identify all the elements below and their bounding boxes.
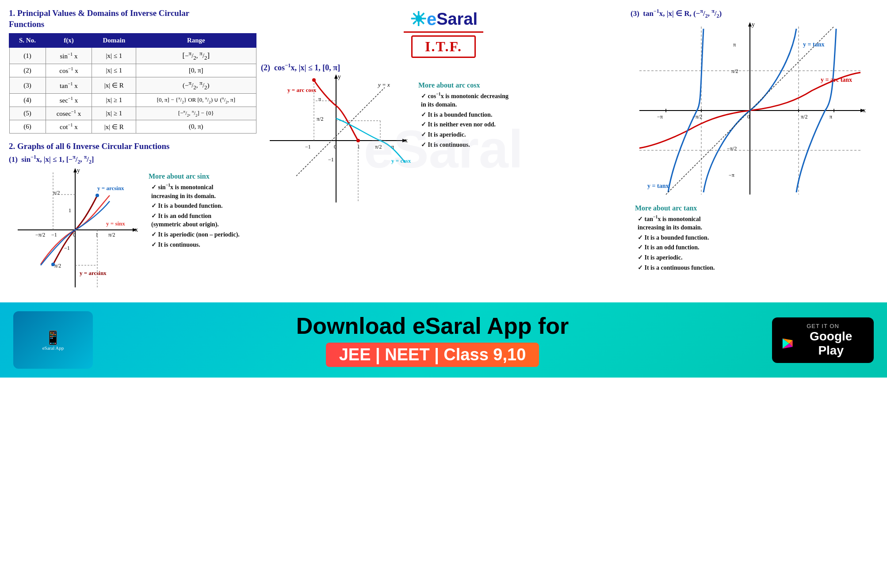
row5-range: [−π/2, π/2] − {0} [136,107,256,120]
principal-values-table: S. No. f(x) Domain Range (1) sin−1 x |x|… [9,33,256,134]
row2-range: [0, π] [136,64,256,77]
right-column: (3) tan−1x, |x| ∈ R, (−π/2, π/2) x y −π … [631,8,878,294]
svg-text:π/2: π/2 [108,232,115,238]
svg-text:π: π [830,114,832,120]
arccos-bullets: cos−1x is monotonic decreasingin its dom… [418,91,508,149]
svg-text:π: π [318,96,321,102]
row6-domain: |x| ∈ R [92,120,136,134]
section1-title: 1. Principal Values & Domains of Inverse… [9,8,256,30]
subjects-text: JEE | NEET | Class 9,10 [326,343,539,367]
col-header-domain: Domain [92,34,136,47]
center-column: ☀ e Saral I.T.F. (2) cos−1x, |x| ≤ 1, [0… [261,8,626,294]
banner-center-text: Download eSaral App for JEE | NEET | Cla… [93,313,772,367]
svg-text:π/2: π/2 [375,144,382,150]
graph2-subtitle: (2) cos−1x, |x| ≤ 1, [0, π] [261,62,626,73]
svg-marker-3 [73,168,77,172]
svg-text:y = tanx: y = tanx [803,41,824,48]
table-row: (2) cos−1 x |x| ≤ 1 [0, π] [9,64,256,77]
svg-point-23 [96,194,99,197]
phone-image: 📱 eSaral App [13,311,93,369]
graph1-subtitle: (1) sin−1x, |x| ≤ 1, [−π/2, π/2] [9,154,256,165]
svg-text:π: π [733,42,736,48]
col-header-fx: f(x) [46,34,92,47]
svg-text:x: x [863,107,866,114]
row3-range: (−π/2, π/2) [136,77,256,94]
row1-sno: (1) [9,47,46,64]
row4-range: [0, π] − {π/2} OR [0, π/2) ∪ (π/2, π] [136,94,256,107]
col-header-range: Range [136,34,256,47]
svg-text:x: x [135,226,138,233]
row6-fx: cot−1 x [46,120,92,134]
svg-text:y: y [338,74,341,80]
more-about-arcsin-title: More about arc sinx [149,172,240,180]
arctan-bullets: tan−1x is monotonicalincreasing in its d… [635,214,878,272]
row6-range: (0, π) [136,120,256,134]
arctan-graph: x y −π −π/2 0 π/2 π π π/2 −π/2 −π [631,22,869,199]
svg-point-22 [51,263,55,266]
more-about-arccos: More about arc cosx cos−1x is monotonic … [418,79,508,209]
svg-text:−1: −1 [64,245,70,251]
left-column: 1. Principal Values & Domains of Inverse… [9,8,256,294]
svg-text:π/2: π/2 [53,190,60,196]
arcsin-bullet-5: It is continuous. [151,241,240,249]
logo-area: ☀ e Saral I.T.F. [261,8,626,58]
svg-text:−π: −π [729,172,734,178]
table-row: (3) tan−1 x |x| ∈ R (−π/2, π/2) [9,77,256,94]
arctan-bullet-5: It is a continuous function. [638,263,878,272]
row1-domain: |x| ≤ 1 [92,47,136,64]
svg-text:y = cosx: y = cosx [391,157,411,164]
row5-fx: cosec−1 x [46,107,92,120]
svg-text:1: 1 [69,207,71,214]
row4-fx: sec−1 x [46,94,92,107]
svg-text:y: y [752,22,755,28]
more-about-arctan-title: More about arc tanx [635,204,878,212]
more-about-arccos-title: More about arc cosx [418,81,508,89]
graph3-subtitle: (3) tan−1x, |x| ∈ R, (−π/2, π/2) [631,8,878,19]
svg-text:1: 1 [96,232,98,238]
arctan-bullet-1: tan−1x is monotonicalincreasing in its d… [638,214,878,232]
svg-text:y = arcsinx: y = arcsinx [97,185,124,191]
row3-domain: |x| ∈ R [92,77,136,94]
row4-sno: (4) [9,94,46,107]
bottom-banner: 📱 eSaral App Download eSaral App for JEE… [0,302,887,378]
svg-text:y = arc cosx: y = arc cosx [287,87,317,93]
more-about-arcsin: More about arc sinx sin−1x is monotonica… [149,170,240,250]
table-row: (1) sin−1 x |x| ≤ 1 [−π/2, π/2] [9,47,256,64]
svg-text:π/2: π/2 [731,68,738,74]
arccos-bullet-3: It is neither even nor odd. [421,120,508,129]
row5-domain: |x| ≥ 1 [92,107,136,120]
arctan-bullet-2: It is a bounded function. [638,233,878,242]
row2-fx: cos−1 x [46,64,92,77]
google-play-text: Google Play [781,329,865,358]
svg-text:π/2: π/2 [317,116,323,122]
more-about-arctan: More about arc tanx tan−1x is monotonica… [631,204,878,272]
svg-text:y = sinx: y = sinx [106,220,125,227]
arccos-bullet-5: It is continuous. [421,141,508,149]
svg-text:−1: −1 [51,232,57,238]
svg-text:y = arc tanx: y = arc tanx [821,76,852,83]
svg-text:π/2: π/2 [801,114,807,120]
arcsin-bullet-4: It is aperiodic (non – periodic). [151,230,240,239]
row1-fx: sin−1 x [46,47,92,64]
svg-text:1: 1 [357,144,360,150]
play-store-icon [781,336,794,351]
arcsin-bullet-1: sin−1x is monotonicalincreasing in its d… [151,182,240,200]
arcsin-bullets: sin−1x is monotonicalincreasing in its d… [149,182,240,249]
section2-title: 2. Graphs of all 6 Inverse Circular Func… [9,141,256,151]
esaral-logo: ☀ e Saral [261,8,626,31]
row3-fx: tan−1 x [46,77,92,94]
svg-text:−1: −1 [328,157,334,163]
row2-sno: (2) [9,64,46,77]
svg-point-48 [356,139,360,142]
arcsin-bullet-3: It is an odd function(symmetric about or… [151,212,240,229]
arccos-bullet-2: It is a bounded function. [421,111,508,119]
svg-text:y: y [77,168,80,174]
svg-text:y = arcsinx: y = arcsinx [80,270,107,276]
row2-domain: |x| ≤ 1 [92,64,136,77]
svg-text:y = x: y = x [377,81,390,88]
arctan-bullet-4: It is aperiodic. [638,253,878,262]
row6-sno: (6) [9,120,46,134]
svg-text:−π/2: −π/2 [727,145,737,152]
arcsin-graph: x y −π/2 −1 0 1 π/2 π/2 1 −1 −π/2 [9,168,141,294]
google-play-button[interactable]: GET IT ON [772,317,874,363]
